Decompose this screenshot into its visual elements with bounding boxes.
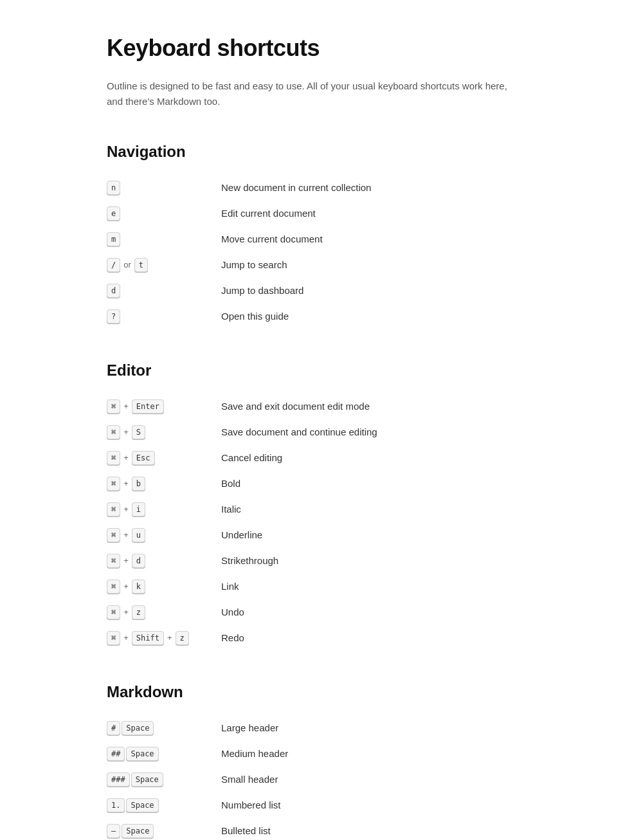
key-plus-separator: + (123, 554, 129, 567)
shortcut-description: Underline (221, 528, 262, 543)
keyboard-key: Space (126, 798, 158, 812)
shortcut-row: ⌘+EnterSave and exit document edit mode (107, 395, 592, 418)
shortcut-keys: 1.Space (107, 798, 216, 812)
key-plus-separator: + (123, 580, 129, 593)
shortcut-keys: e (107, 206, 216, 221)
shortcut-keys: –Space (107, 824, 216, 838)
keyboard-key: Space (122, 721, 154, 735)
keyboard-key: ⌘ (107, 580, 120, 594)
shortcut-keys: #Space (107, 721, 216, 735)
page-container: Keyboard shortcuts Outline is designed t… (0, 0, 643, 840)
key-plus-separator: + (123, 529, 129, 542)
key-plus-separator: + (123, 632, 129, 644)
key-plus-separator: + (123, 400, 129, 413)
shortcut-row: ##SpaceMedium header (107, 742, 592, 765)
shortcut-row: ?Open this guide (107, 305, 592, 328)
keyboard-key: ? (107, 309, 120, 324)
keyboard-key: / (107, 258, 120, 272)
shortcut-description: Numbered list (221, 798, 281, 813)
shortcut-keys: ? (107, 309, 216, 324)
shortcut-row: ⌘+zUndo (107, 601, 592, 624)
shortcut-description: Italic (221, 502, 241, 517)
keyboard-key: Space (131, 772, 163, 787)
shortcut-keys: ⌘+z (107, 605, 216, 619)
shortcut-description: Edit current document (221, 206, 316, 221)
shortcut-keys: ⌘+Shift+z (107, 631, 216, 645)
keyboard-key: 1. (107, 798, 125, 812)
keyboard-key: t (134, 258, 148, 272)
shortcut-description: Medium header (221, 747, 288, 762)
shortcut-description: Small header (221, 772, 278, 787)
section-title-editor: Editor (107, 359, 592, 382)
section-title-markdown: Markdown (107, 680, 592, 704)
shortcut-row: –SpaceBulleted list (107, 819, 592, 840)
keyboard-key: ⌘ (107, 425, 120, 439)
shortcut-row: ⌘+uUnderline (107, 524, 592, 547)
keyboard-key: Enter (132, 399, 164, 414)
shortcut-keys: d (107, 284, 216, 298)
keyboard-key: Space (126, 747, 158, 761)
keyboard-key: m (107, 232, 120, 246)
keyboard-key: ⌘ (107, 631, 120, 645)
keyboard-key: Shift (132, 631, 164, 645)
keyboard-key: b (132, 477, 145, 491)
shortcut-description: Undo (221, 605, 244, 620)
keyboard-key: k (132, 580, 145, 594)
keyboard-key: n (107, 181, 120, 195)
sections-container: NavigationnNew document in current colle… (107, 140, 592, 840)
shortcut-row: ⌘+SSave document and continue editing (107, 421, 592, 444)
keyboard-key: ⌘ (107, 528, 120, 542)
shortcut-keys: n (107, 181, 216, 195)
shortcut-row: ⌘+dStrikethrough (107, 549, 592, 572)
keyboard-key: ⌘ (107, 605, 120, 619)
shortcut-description: Save and exit document edit mode (221, 399, 370, 414)
shortcut-description: Save document and continue editing (221, 425, 377, 440)
keyboard-key: ⌘ (107, 502, 120, 516)
keyboard-key: ### (107, 772, 130, 787)
shortcut-keys: ⌘+u (107, 528, 216, 542)
keyboard-key: ⌘ (107, 399, 120, 414)
section-editor: Editor⌘+EnterSave and exit document edit… (107, 359, 592, 650)
key-plus-separator: + (123, 606, 129, 619)
keyboard-key: u (132, 528, 145, 542)
shortcut-description: Bold (221, 477, 240, 491)
keyboard-key: Space (122, 824, 154, 838)
shortcut-row: /ortJump to search (107, 253, 592, 277)
keyboard-key: # (107, 721, 120, 735)
shortcut-row: ⌘+bBold (107, 472, 592, 495)
shortcut-row: ###SpaceSmall header (107, 768, 592, 791)
shortcut-description: New document in current collection (221, 181, 371, 196)
keyboard-key: d (132, 554, 145, 568)
shortcut-description: Open this guide (221, 309, 289, 324)
keyboard-key: z (176, 631, 189, 645)
shortcut-description: Large header (221, 721, 278, 736)
shortcut-row: dJump to dashboard (107, 279, 592, 302)
shortcut-row: nNew document in current collection (107, 176, 592, 199)
shortcut-keys: ⌘+Esc (107, 451, 216, 465)
shortcut-keys: ⌘+k (107, 580, 216, 594)
shortcut-description: Redo (221, 631, 244, 646)
shortcut-description: Jump to search (221, 258, 287, 273)
shortcut-keys: ⌘+S (107, 425, 216, 439)
shortcut-row: ⌘+EscCancel editing (107, 446, 592, 470)
keyboard-key: e (107, 206, 120, 221)
key-or-separator: or (123, 259, 131, 271)
shortcut-row: eEdit current document (107, 202, 592, 225)
shortcut-keys: ⌘+Enter (107, 399, 216, 414)
page-description: Outline is designed to be fast and easy … (107, 78, 525, 109)
key-plus-separator: + (123, 452, 129, 464)
shortcut-keys: m (107, 232, 216, 246)
shortcut-description: Link (221, 580, 239, 594)
shortcut-row: ⌘+kLink (107, 575, 592, 598)
section-navigation: NavigationnNew document in current colle… (107, 140, 592, 328)
keyboard-key: ⌘ (107, 451, 120, 465)
key-plus-separator: + (123, 477, 129, 490)
keyboard-key: S (132, 425, 145, 439)
shortcut-row: 1.SpaceNumbered list (107, 794, 592, 817)
shortcut-keys: ##Space (107, 747, 216, 761)
keyboard-key: – (107, 824, 120, 838)
page-title: Keyboard shortcuts (107, 31, 592, 66)
shortcut-keys: ⌘+b (107, 477, 216, 491)
shortcut-description: Bulleted list (221, 824, 271, 839)
shortcut-row: ⌘+Shift+zRedo (107, 626, 592, 650)
